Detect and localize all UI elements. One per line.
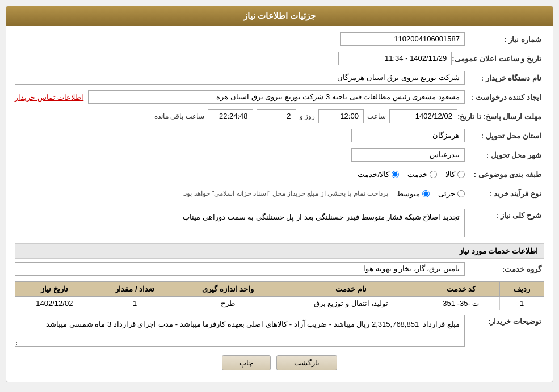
cell-row-num: 1 [500,297,544,310]
category-option-khedmat: خدمت [407,170,437,179]
label-motavaset: متوسط [397,189,420,198]
process-type-note: پرداخت تمام یا بخشی از مبلغ خریداز محل "… [182,189,388,197]
button-group: بازگشت چاپ [15,355,544,376]
buyer-org-row: نام دستگاه خریدار : شرکت توزیع نیروی برق… [15,70,544,86]
service-group-value: تامین برق، گاز، بخار و تهویه هوا [15,262,465,276]
col-service-code: کد خدمت [422,282,500,297]
contact-link[interactable]: اطلاعات تماس خریدار [15,93,83,102]
table-row: 1 ت -35- 351 تولید، انتقال و توزیع برق ط… [15,297,544,310]
cell-service-code: ت -35- 351 [422,297,500,310]
print-button[interactable]: چاپ [222,355,271,370]
province-row: استان محل تحویل : هرمزگان [15,128,544,144]
services-section-title: اطلاعات خدمات مورد نیاز [459,247,538,255]
label-kala: کالا [445,170,455,179]
radio-khedmat[interactable] [430,171,437,178]
city-value: بندرعباس [351,148,465,162]
radio-kala-khedmat[interactable] [392,171,399,178]
description-row: شرح کلی نیاز : تجدید اصلاح شبکه فشار متو… [15,209,544,239]
process-type-radio-group: جزئی متوسط پرداخت تمام یا بخشی از مبلغ خ… [15,189,465,198]
table-header-row: ردیف کد خدمت نام خدمت واحد اندازه گیری ت… [15,282,544,297]
col-row-num: ردیف [500,282,544,297]
label-deadline-time: ساعت [367,112,386,120]
buyer-notes-textarea[interactable]: مبلغ قرارداد 2,315,768,851 ریال میباشد -… [15,315,465,347]
back-button[interactable]: بازگشت [276,355,337,370]
requester-row: ایجاد کننده درخواست : مسعود مشعری رئیس م… [15,89,544,105]
deadline-remaining-value: 22:24:48 [208,109,253,123]
main-panel: جزئیات اطلاعات نیاز شماره نیاز : 1102004… [6,6,553,382]
buyer-org-value: شرکت توزیع نیروی برق استان هرمزگان [15,71,465,85]
cell-unit: طرح [176,297,280,310]
service-group-row: گروه خدمت: تامین برق، گاز، بخار و تهویه … [15,261,544,277]
radio-kala[interactable] [457,171,465,178]
deadline-date-value: 1402/12/02 [389,109,457,123]
announce-datetime-value: 1402/11/29 - 11:34 [338,52,452,65]
label-buyer-notes: توضیحات خریدار: [465,315,544,326]
services-table-container: ردیف کد خدمت نام خدمت واحد اندازه گیری ت… [15,281,544,310]
category-option-kala: کالا [445,170,465,179]
services-table: ردیف کد خدمت نام خدمت واحد اندازه گیری ت… [15,281,544,310]
label-announce-datetime: تاریخ و ساعت اعلان عمومی: [452,54,544,63]
description-textarea[interactable]: تجدید اصلاح شبکه فشار متوسط فیدر حسنلنگی… [15,209,465,237]
label-deadline: مهلت ارسال پاسخ: تا تاریخ: [457,112,544,121]
page-container: جزئیات اطلاعات نیاز شماره نیاز : 1102004… [0,0,559,392]
city-row: شهر محل تحویل : بندرعباس [15,147,544,163]
request-number-row: شماره نیاز : 1102004106001587 [15,31,544,47]
label-request-number: شماره نیاز : [465,35,544,44]
divider-1 [15,205,544,205]
services-section-header: اطلاعات خدمات مورد نیاز [15,243,544,259]
category-option-kala-khedmat: کالا/خدمت [358,170,399,179]
buyer-notes-row: توضیحات خریدار: مبلغ قرارداد 2,315,768,8… [15,315,544,348]
label-city: شهر محل تحویل : [465,151,544,159]
radio-motavaset[interactable] [422,190,430,197]
col-quantity: تعداد / مقدار [94,282,176,297]
process-type-option-motavaset: متوسط [397,189,430,198]
announce-datetime-row: تاریخ و ساعت اعلان عمومی: 1402/11/29 - 1… [15,50,544,66]
label-jozi: جزئی [438,189,455,198]
deadline-group: 1402/12/02 ساعت 12:00 روز و 2 22:24:48 س… [15,109,457,123]
process-type-row: نوع فرآیند خرید : جزئی متوسط پرداخت تمام… [15,186,544,201]
deadline-day-value: 2 [257,109,296,123]
label-requester: ایجاد کننده درخواست : [465,93,544,102]
province-value: هرمزگان [351,129,465,142]
label-category: طبقه بندی موضوعی : [465,170,544,179]
panel-header: جزئیات اطلاعات نیاز [6,6,553,26]
cell-quantity: 1 [94,297,176,310]
requester-name-value: مسعود مشعری رئیس مطالعات فنی ناحیه 3 شرک… [88,90,465,104]
label-province: استان محل تحویل : [465,132,544,140]
panel-body: شماره نیاز : 1102004106001587 تاریخ و سا… [6,26,553,382]
category-row: طبقه بندی موضوعی : کالا خدمت کالا/خدمت [15,166,544,182]
process-type-option-jozi: جزئی [438,189,465,198]
description-watermark-area: تجدید اصلاح شبکه فشار متوسط فیدر حسنلنگی… [15,209,465,239]
description-area: تجدید اصلاح شبکه فشار متوسط فیدر حسنلنگی… [15,209,465,239]
label-kala-khedmat: کالا/خدمت [358,170,389,179]
panel-title: جزئیات اطلاعات نیاز [243,11,316,20]
label-process-type: نوع فرآیند خرید : [465,189,544,198]
cell-date: 1402/12/02 [15,297,94,310]
label-deadline-day: روز و [300,112,315,120]
radio-jozi[interactable] [457,190,465,197]
deadline-time-value: 12:00 [318,109,364,123]
buyer-notes-area: مبلغ قرارداد 2,315,768,851 ریال میباشد -… [15,315,465,348]
label-buyer-org: نام دستگاه خریدار : [465,74,544,82]
cell-service-name: تولید، انتقال و توزیع برق [280,297,422,310]
label-description: شرح کلی نیاز : [465,209,544,220]
label-khedmat: خدمت [407,170,427,179]
category-radio-group: کالا خدمت کالا/خدمت [15,170,465,179]
col-service-name: نام خدمت [280,282,422,297]
col-date: تاریخ نیاز [15,282,94,297]
label-deadline-remaining: ساعت باقی مانده [154,112,204,120]
col-unit: واحد اندازه گیری [176,282,280,297]
deadline-row: مهلت ارسال پاسخ: تا تاریخ: 1402/12/02 سا… [15,108,544,124]
label-service-group: گروه خدمت: [465,265,544,273]
request-number-value: 1102004106001587 [340,32,465,46]
